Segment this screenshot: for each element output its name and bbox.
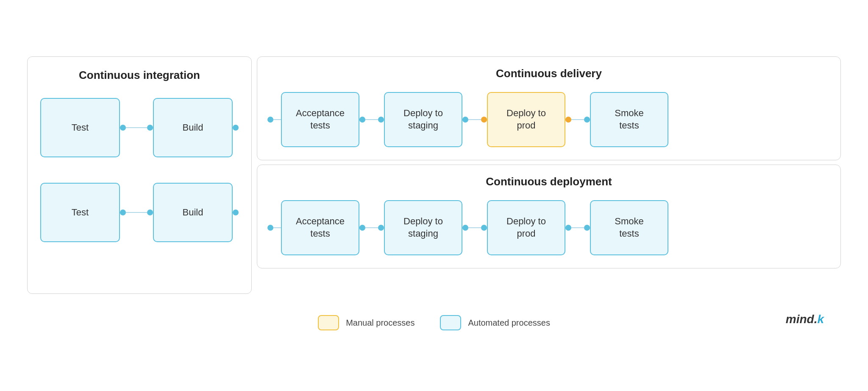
cdeploy-line-3	[571, 227, 584, 228]
cd-line-3	[571, 119, 584, 120]
cdeploy-line-2	[468, 227, 481, 228]
ci-connector-2	[233, 125, 239, 131]
legend-auto-box	[440, 315, 461, 330]
cd-staging-stage: Deploy tostaging	[384, 92, 462, 147]
ci-title: Continuous integration	[40, 69, 239, 82]
ci-connector-1	[120, 125, 153, 131]
cdeploy-title: Continuous deployment	[267, 175, 830, 188]
right-column: Continuous delivery Acceptancetests	[257, 56, 841, 294]
cdeploy-line-0	[273, 227, 281, 228]
cdeploy-dot-3	[462, 225, 468, 231]
cd-prod-stage: Deploy toprod	[487, 92, 565, 147]
cd-line-2	[468, 119, 481, 120]
ci-connector-4	[233, 209, 239, 215]
cd-entry	[267, 117, 281, 123]
dot-2	[147, 125, 153, 131]
ci-pipeline-row-2: Test Build	[40, 183, 239, 242]
legend: Manual processes Automated processes	[318, 315, 550, 330]
legend-manual-box	[318, 315, 339, 330]
cd-line-1	[365, 119, 378, 120]
line-2	[126, 212, 147, 213]
cdeploy-staging-stage: Deploy tostaging	[384, 200, 462, 255]
cdeploy-section: Continuous deployment Acceptancetests	[257, 165, 841, 268]
diagrams-row: Continuous integration Test Build	[27, 56, 841, 294]
dot-5	[147, 209, 153, 215]
cdeploy-entry	[267, 225, 281, 231]
cd-conn-3	[565, 117, 590, 123]
brand-logo: mind.k	[786, 313, 824, 326]
cd-dot-3	[462, 117, 468, 123]
ci-connector-3	[120, 209, 153, 215]
ci-pipeline-row-1: Test Build	[40, 98, 239, 157]
cd-dot-1	[359, 117, 365, 123]
cdeploy-dot-5	[565, 225, 571, 231]
cd-dot-6	[584, 117, 590, 123]
cd-section: Continuous delivery Acceptancetests	[257, 56, 841, 160]
ci-build-stage: Build	[153, 98, 233, 157]
ci-test-stage: Test	[40, 98, 120, 157]
cd-smoke-stage: Smoketests	[590, 92, 668, 147]
dot-3	[233, 125, 239, 131]
legend-manual-label: Manual processes	[346, 318, 415, 328]
main-container: Continuous integration Test Build	[27, 56, 841, 335]
cd-conn-2	[462, 117, 487, 123]
cdeploy-dot-6	[584, 225, 590, 231]
cdeploy-pipeline-row: Acceptancetests Deploy tostaging	[267, 200, 830, 255]
cd-pipeline-row: Acceptancetests Deploy tostaging	[267, 92, 830, 147]
cdeploy-conn-1	[359, 225, 384, 231]
cdeploy-conn-3	[565, 225, 590, 231]
legend-manual: Manual processes	[318, 315, 415, 330]
cd-dot-4-orange	[481, 117, 487, 123]
cd-dot-5-orange	[565, 117, 571, 123]
cdeploy-dot-4	[481, 225, 487, 231]
cd-conn-1	[359, 117, 384, 123]
ci-stages: Test Build	[40, 98, 239, 242]
ci-build-stage-2: Build	[153, 183, 233, 242]
cdeploy-line-1	[365, 227, 378, 228]
cd-title: Continuous delivery	[267, 67, 830, 80]
cdeploy-dot-entry	[267, 225, 273, 231]
ci-test-stage-2: Test	[40, 183, 120, 242]
legend-auto: Automated processes	[440, 315, 550, 330]
brand-k: k	[817, 313, 824, 326]
cd-dot-2	[378, 117, 384, 123]
cdeploy-dot-1	[359, 225, 365, 231]
cdeploy-conn-2	[462, 225, 487, 231]
line-1	[126, 127, 147, 128]
cd-dot-entry	[267, 117, 273, 123]
cdeploy-acceptance-stage: Acceptancetests	[281, 200, 359, 255]
cdeploy-prod-stage: Deploy toprod	[487, 200, 565, 255]
legend-auto-label: Automated processes	[468, 318, 550, 328]
cd-line-0	[273, 119, 281, 120]
dot-4	[120, 209, 126, 215]
cd-acceptance-stage: Acceptancetests	[281, 92, 359, 147]
cdeploy-dot-2	[378, 225, 384, 231]
dot-6	[233, 209, 239, 215]
ci-section: Continuous integration Test Build	[27, 56, 252, 294]
dot-1	[120, 125, 126, 131]
cdeploy-smoke-stage: Smoketests	[590, 200, 668, 255]
